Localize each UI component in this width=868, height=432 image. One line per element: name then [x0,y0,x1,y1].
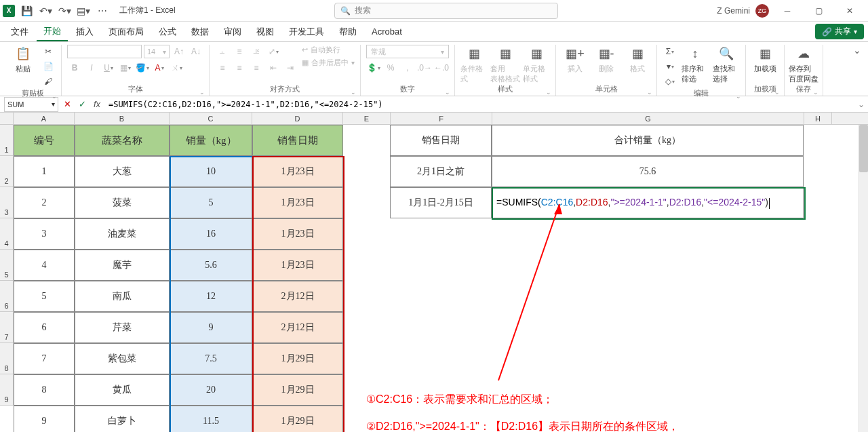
delete-cells-button[interactable]: ▦-删除 [593,45,620,74]
cut-button[interactable]: ✂ [41,45,56,58]
cell-id-3[interactable]: 2 [14,187,75,218]
tab-page-layout[interactable]: 页面布局 [102,22,151,41]
cell-qty-4[interactable]: 16 [170,218,252,250]
summary-header-date[interactable]: 销售日期 [390,125,492,156]
worksheet[interactable]: 123456789 ABCDEFGH 编号蔬菜名称销量（kg）销售日期1大葱10… [0,113,868,432]
cell-id-5[interactable]: 4 [14,250,75,281]
cell-id-8[interactable]: 7 [14,343,75,374]
cell-name-3[interactable]: 菠菜 [75,187,170,218]
summary-date-1[interactable]: 2月1日之前 [390,156,492,187]
share-button[interactable]: 🔗 共享 ▾ [815,24,864,39]
tab-formulas[interactable]: 公式 [152,22,183,41]
wrap-text-button[interactable]: ↩自动换行 [302,45,355,55]
align-left-button[interactable]: ≡ [215,61,230,75]
orientation-button[interactable]: ⤢ [266,45,281,58]
tab-data[interactable]: 数据 [184,22,216,41]
addins-button[interactable]: ▦加载项 [751,45,778,74]
active-formula-cell[interactable]: =SUMIFS(C2:C16,D2:D16,">=2024-1-1",D2:D1… [492,187,804,218]
tab-view[interactable]: 视图 [250,22,281,41]
summary-header-total[interactable]: 合计销量（kg） [492,125,804,156]
cell-name-6[interactable]: 南瓜 [75,281,170,312]
collapse-ribbon-button[interactable]: ⌄ [850,45,864,96]
maximize-button[interactable]: ▢ [806,0,831,22]
cell-date-5[interactable]: 1月23日 [252,250,343,281]
paste-button[interactable]: 📋 粘贴 [9,45,37,74]
user-avatar[interactable]: ZG [755,4,769,18]
cancel-formula-button[interactable]: ✕ [60,97,75,112]
column-header-E[interactable]: E [343,113,391,124]
scrollbar-thumb[interactable] [859,125,868,172]
cell-qty-6[interactable]: 12 [170,281,252,312]
format-cells-button[interactable]: ▦格式 [624,45,651,74]
tab-developer[interactable]: 开发工具 [282,22,331,41]
font-color-button[interactable]: A [152,61,167,75]
decrease-decimal-button[interactable]: ←.0 [434,61,449,75]
user-name[interactable]: Z Gemini [717,6,750,16]
row-header-1[interactable]: 1 [0,125,13,156]
tab-home[interactable]: 开始 [37,22,68,41]
increase-font-button[interactable]: A↑ [172,45,186,58]
column-header-H[interactable]: H [804,113,832,124]
header-name[interactable]: 蔬菜名称 [75,125,170,156]
cell-name-8[interactable]: 紫包菜 [75,343,170,374]
align-bottom-button[interactable]: ⫡ [249,45,264,58]
qat-overflow-icon[interactable]: ⋯ [95,3,110,18]
decrease-font-button[interactable]: A↓ [189,45,203,58]
close-button[interactable]: ✕ [837,0,863,22]
conditional-format-button[interactable]: ▦条件格式 [460,45,488,84]
increase-indent-button[interactable]: ⇥ [283,61,298,75]
align-right-button[interactable]: ≡ [249,61,264,75]
italic-button[interactable]: I [84,61,99,75]
summary-total-1[interactable]: 75.6 [492,156,804,187]
cell-qty-9[interactable]: 20 [170,374,252,406]
align-center-button[interactable]: ≡ [232,61,247,75]
vertical-scrollbar[interactable] [859,125,868,432]
format-painter-button[interactable]: 🖌 [41,75,56,88]
column-header-G[interactable]: G [492,113,804,124]
cell-qty-7[interactable]: 9 [170,312,252,343]
cell-qty-10[interactable]: 11.5 [170,406,252,432]
fx-button[interactable]: fx [90,97,104,112]
fill-color-button[interactable]: 🪣 [135,61,150,75]
percent-button[interactable]: % [383,61,398,75]
row-header-4[interactable]: 4 [0,218,13,250]
minimize-button[interactable]: ─ [774,0,800,22]
cell-date-9[interactable]: 1月29日 [252,374,343,406]
column-header-F[interactable]: F [391,113,492,124]
cell-date-10[interactable]: 1月29日 [252,406,343,432]
undo-icon[interactable]: ↶▾ [38,3,53,18]
cell-id-6[interactable]: 5 [14,281,75,312]
summary-date-2[interactable]: 1月1日-2月15日 [390,187,492,218]
cell-styles-button[interactable]: ▦单元格样式 [523,45,550,84]
cell-name-10[interactable]: 白萝卜 [75,406,170,432]
cell-date-2[interactable]: 1月23日 [252,156,343,187]
tab-review[interactable]: 审阅 [217,22,248,41]
cell-name-4[interactable]: 油麦菜 [75,218,170,250]
fill-button[interactable]: ▾ [663,60,677,73]
insert-cells-button[interactable]: ▦+插入 [561,45,589,74]
border-button[interactable]: ▦ [118,61,133,75]
underline-button[interactable]: U [101,61,116,75]
format-as-table-button[interactable]: ▦套用 表格格式 [492,45,519,84]
autosum-button[interactable]: Σ [663,45,677,58]
find-select-button[interactable]: 🔍查找和选择 [713,45,740,84]
cell-qty-3[interactable]: 5 [170,187,252,218]
select-all-button[interactable] [0,113,14,125]
row-header-7[interactable]: 7 [0,312,13,343]
accounting-button[interactable]: 💲 [366,61,381,75]
cell-date-3[interactable]: 1月23日 [252,187,343,218]
header-date[interactable]: 销售日期 [252,125,343,156]
font-name-combo[interactable] [67,45,142,58]
column-header-A[interactable]: A [14,113,75,124]
align-middle-button[interactable]: ≡ [232,45,247,58]
qat-more-icon[interactable]: ▤▾ [76,3,91,18]
expand-formula-bar-button[interactable]: ⌄ [854,100,868,109]
increase-decimal-button[interactable]: .0→ [417,61,432,75]
cell-id-7[interactable]: 6 [14,312,75,343]
tab-insert[interactable]: 插入 [69,22,100,41]
tab-help[interactable]: 帮助 [332,22,363,41]
tab-file[interactable]: 文件 [4,22,35,41]
merge-center-button[interactable]: ▦合并后居中▾ [302,58,355,68]
decrease-indent-button[interactable]: ⇤ [266,61,281,75]
formula-input[interactable] [104,97,854,112]
